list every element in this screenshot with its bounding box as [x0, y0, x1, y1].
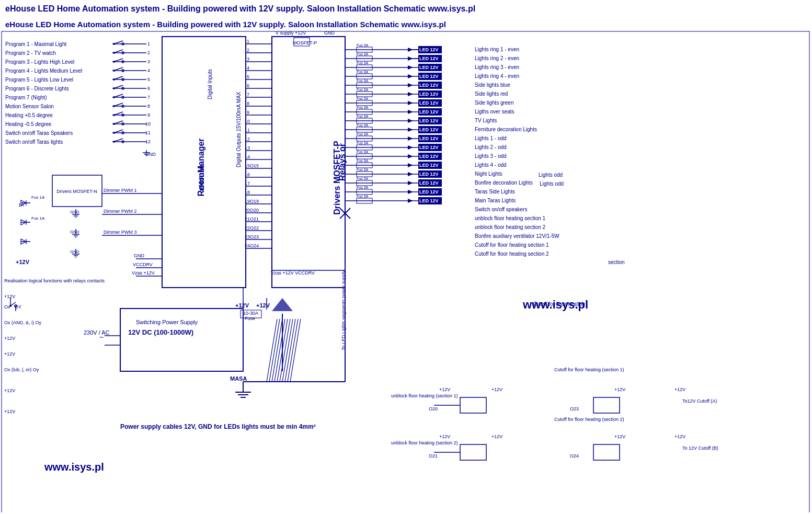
svg-text:Cutoff for floor heating (sect: Cutoff for floor heating (section 1) — [554, 367, 624, 372]
svg-text:GND: GND — [70, 249, 79, 254]
svg-text:3: 3 — [247, 56, 249, 62]
svg-text:unblock floor heating section : unblock floor heating section 2 — [475, 224, 546, 230]
svg-text:LED 12V: LED 12V — [419, 127, 439, 132]
svg-text:Lights odd: Lights odd — [540, 181, 564, 187]
svg-marker-265 — [408, 119, 413, 123]
svg-line-359 — [275, 319, 285, 382]
svg-text:Fus 3A: Fus 3A — [357, 159, 369, 163]
svg-text:Fus 3A: Fus 3A — [357, 150, 369, 154]
svg-marker-272 — [408, 181, 413, 185]
svg-text:Vzas +12V  VCCDRV: Vzas +12V VCCDRV — [271, 270, 315, 276]
svg-text:LED 12V: LED 12V — [419, 56, 439, 61]
svg-text:+12V: +12V — [235, 302, 249, 309]
svg-text:Switch on/off Taras Speakers: Switch on/off Taras Speakers — [5, 130, 73, 136]
svg-text:Lights ring 2 - even: Lights ring 2 - even — [475, 55, 519, 61]
svg-marker-270 — [408, 163, 413, 167]
svg-text:Fus 3A: Fus 3A — [357, 43, 369, 47]
svg-text:O24: O24 — [250, 243, 259, 248]
svg-marker-274 — [408, 199, 413, 203]
svg-marker-262 — [408, 92, 413, 96]
svg-text:+12V: +12V — [614, 387, 625, 392]
svg-rect-416 — [593, 444, 620, 460]
svg-text:9: 9 — [247, 110, 249, 115]
schematic-svg: eHouse LED Home Automation system - Buil… — [0, 16, 812, 512]
svg-text:Ox: Ox — [4, 304, 10, 310]
svg-text:O23: O23 — [570, 406, 579, 412]
svg-text:+12V: +12V — [4, 409, 15, 414]
svg-line-357 — [269, 319, 280, 382]
svg-text:Lights ring 4 - even: Lights ring 4 - even — [475, 73, 519, 79]
svg-text:Fus 3A: Fus 3A — [357, 70, 369, 74]
svg-line-358 — [272, 319, 282, 382]
svg-text:Fus 3A: Fus 3A — [357, 186, 369, 189]
svg-text:+12V: +12V — [4, 336, 15, 341]
svg-text:24: 24 — [245, 243, 250, 248]
svg-text:Program 4 - Lights Medium Leve: Program 4 - Lights Medium Level — [5, 68, 82, 74]
svg-text:LED 12V: LED 12V — [419, 172, 439, 177]
svg-text:230V / AC: 230V / AC — [84, 329, 110, 336]
svg-marker-266 — [408, 128, 413, 132]
svg-text:www.isys.pl: www.isys.pl — [44, 461, 104, 473]
svg-text:16: 16 — [245, 172, 250, 177]
svg-text:Fus 3A: Fus 3A — [357, 79, 369, 83]
svg-text:Motion Sensor Salon: Motion Sensor Salon — [5, 104, 54, 109]
svg-text:12V DC (100-1000W): 12V DC (100-1000W) — [128, 328, 193, 336]
svg-text:Main Taras Lights: Main Taras Lights — [475, 198, 516, 203]
svg-text:3: 3 — [147, 59, 150, 64]
svg-text:+12V: +12V — [491, 434, 502, 439]
svg-text:Program 1 - Maximal Light: Program 1 - Maximal Light — [5, 41, 66, 47]
svg-text:Fus 3A: Fus 3A — [357, 61, 369, 65]
svg-line-356 — [267, 319, 277, 382]
svg-text:Fus 3A: Fus 3A — [357, 141, 369, 145]
svg-text:VCCDRV: VCCDRV — [133, 262, 153, 267]
svg-text:TV Lights: TV Lights — [475, 118, 497, 123]
svg-text:Lights 3 - odd: Lights 3 - odd — [475, 153, 507, 159]
svg-text:Cutoff for floor heating (sect: Cutoff for floor heating (section 2) — [554, 417, 624, 422]
svg-text:LED 12V: LED 12V — [419, 198, 439, 203]
svg-text:Ferniture decoration Lights: Ferniture decoration Lights — [475, 127, 537, 132]
svg-text:Cutoff for floor heating secti: Cutoff for floor heating section 2 — [475, 251, 549, 257]
svg-text:Switch on/off speakers: Switch on/off speakers — [475, 207, 527, 212]
svg-text:Lights odd: Lights odd — [539, 172, 563, 178]
svg-text:Heating +0.5 degree: Heating +0.5 degree — [5, 112, 53, 118]
svg-text:10: 10 — [245, 119, 250, 124]
svg-text:Bonfire decoration Lights: Bonfire decoration Lights — [475, 180, 533, 186]
svg-text:GND: GND — [134, 253, 145, 258]
svg-marker-271 — [408, 172, 413, 176]
svg-text:O21: O21 — [250, 216, 259, 222]
svg-line-365 — [290, 319, 301, 382]
svg-text:Vzas +12V: Vzas +12V — [132, 270, 155, 276]
svg-text:14: 14 — [245, 154, 250, 159]
svg-rect-410 — [593, 397, 620, 413]
svg-text:Dimmer PWM 1: Dimmer PWM 1 — [104, 188, 137, 193]
svg-text:Night Lights: Night Lights — [475, 171, 502, 177]
svg-text:18: 18 — [245, 190, 250, 195]
svg-text:22: 22 — [245, 225, 250, 231]
svg-text:5: 5 — [247, 74, 249, 79]
svg-text:8: 8 — [247, 101, 249, 106]
svg-text:LED 12V: LED 12V — [419, 145, 439, 150]
svg-text:Fus 3A: Fus 3A — [357, 168, 369, 172]
svg-text:Digital Outputs 15V/100mA MAX: Digital Outputs 15V/100mA MAX — [236, 92, 242, 167]
svg-text:LED 12V: LED 12V — [419, 109, 439, 115]
svg-text:LED 12V: LED 12V — [419, 92, 439, 97]
svg-text:eHouse: eHouse — [197, 165, 205, 191]
svg-text:23: 23 — [245, 234, 250, 239]
svg-text:Fus 3A: Fus 3A — [357, 88, 369, 92]
svg-text:2: 2 — [147, 50, 150, 55]
svg-text:LED 12V: LED 12V — [419, 163, 439, 168]
svg-text:Lights ring 1 - even: Lights ring 1 - even — [475, 47, 519, 52]
svg-text:Program 6 - Discrete Lights: Program 6 - Discrete Lights — [5, 86, 69, 92]
svg-marker-267 — [408, 136, 413, 141]
svg-text:~: ~ — [99, 333, 104, 341]
svg-text:Ox (AND, &, i) Oy: Ox (AND, &, i) Oy — [4, 320, 42, 325]
svg-text:Lights 1 - odd: Lights 1 - odd — [475, 135, 507, 141]
svg-text:Lights ring 3 - even: Lights ring 3 - even — [475, 64, 519, 70]
svg-text:Program 5 - Lights Low Level: Program 5 - Lights Low Level — [5, 77, 73, 83]
svg-marker-255 — [408, 48, 413, 52]
svg-text:12: 12 — [145, 139, 151, 144]
svg-marker-353 — [272, 298, 293, 311]
svg-text:Drivers MOSFET-N: Drivers MOSFET-N — [56, 189, 97, 194]
svg-text:MASA: MASA — [230, 375, 247, 382]
svg-text:20: 20 — [245, 208, 250, 213]
